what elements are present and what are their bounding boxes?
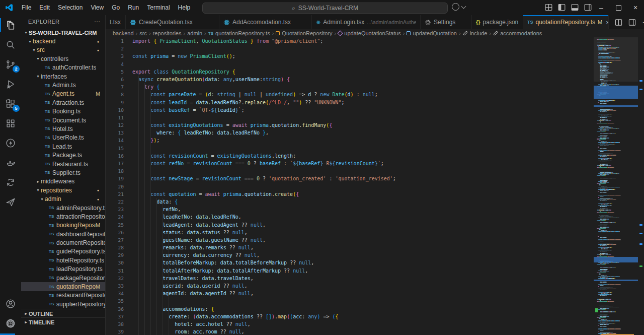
code-line-17[interactable]: 17 const refNo = revisionCount === 0 ? b… bbox=[106, 160, 594, 167]
code-line-39[interactable]: 39 room: acc.room ?? null, bbox=[106, 328, 594, 335]
menu-run[interactable]: Run bbox=[124, 2, 143, 13]
extensions-activity-item[interactable]: 5 bbox=[0, 94, 21, 113]
tree-item-leadrepository-ts[interactable]: TSleadRepository.ts bbox=[21, 265, 105, 274]
copilot-menu[interactable] bbox=[452, 3, 465, 11]
code-line-28[interactable]: 28 remarks: data.remarks ?? null, bbox=[106, 244, 594, 251]
breadcrumb-item-updatedquotation[interactable]: updatedQuotation bbox=[407, 30, 456, 36]
code-line-6[interactable]: 6 async createQuotation(data: any,userNa… bbox=[106, 76, 594, 83]
code-line-33[interactable]: 33 userid: data.userid ?? null, bbox=[106, 282, 594, 290]
menu-selection[interactable]: Selection bbox=[54, 2, 87, 13]
overview-ruler[interactable] bbox=[638, 37, 644, 335]
code-line-31[interactable]: 31 totalAfterMarkup: data.totalAfterMark… bbox=[106, 267, 594, 275]
tree-item-lead-ts[interactable]: TSLead.ts bbox=[21, 142, 105, 151]
code-line-12[interactable]: 12 const existingQuotations = await pris… bbox=[106, 121, 594, 129]
tree-item-admin[interactable]: ▾admin● bbox=[21, 194, 105, 203]
menu-terminal[interactable]: Terminal bbox=[143, 2, 174, 13]
code-line-5[interactable]: 5export class QuotationRepository { bbox=[106, 68, 594, 76]
code-line-19[interactable]: 19 const newStage = revisionCount === 0 … bbox=[106, 175, 594, 182]
tree-item-restaurantrepository-ts[interactable]: TSrestaurantRepository.ts bbox=[21, 291, 105, 300]
tree-item-ss-world-travel-crm[interactable]: ▾SS-WORLD-TRAVEL-CRM bbox=[21, 28, 105, 37]
menu-go[interactable]: Go bbox=[108, 2, 124, 13]
minimize-button[interactable]: – bbox=[593, 0, 610, 15]
menu-view[interactable]: View bbox=[87, 2, 108, 13]
tab-t-tsx[interactable]: t.tsx...\user\...× bbox=[106, 15, 126, 29]
tree-item-supplier-ts[interactable]: TSSupplier.ts bbox=[21, 168, 105, 177]
sync-activity-item[interactable] bbox=[0, 172, 21, 192]
breadcrumb-item-admin[interactable]: admin bbox=[187, 30, 202, 36]
source-control-activity-item[interactable]: 2 bbox=[0, 54, 21, 74]
code-line-16[interactable]: 16 const revisionCount = existingQuotati… bbox=[106, 152, 594, 160]
tree-item-booking-ts[interactable]: TSBooking.ts bbox=[21, 107, 105, 116]
grid-activity-item[interactable] bbox=[0, 113, 21, 133]
code-line-26[interactable]: 26 status: data.status ?? null, bbox=[106, 229, 594, 236]
run-debug-activity-item[interactable] bbox=[0, 74, 21, 94]
code-line-1[interactable]: 1import { PrismaClient, QuotationStatus … bbox=[106, 37, 594, 45]
breadcrumb-item-accommodations[interactable]: accommodations bbox=[493, 30, 542, 36]
code-line-9[interactable]: 9 const leadId = data.leadRefNo?.replace… bbox=[106, 99, 594, 106]
code-line-23[interactable]: 23 refNo, bbox=[106, 206, 594, 213]
breadcrumb-item-include[interactable]: include bbox=[463, 30, 488, 36]
breadcrumb-item-quotationrepository-ts[interactable]: TSquotationRepository.ts bbox=[208, 30, 270, 36]
tree-item-backend[interactable]: ▾backend● bbox=[21, 37, 105, 45]
code-line-21[interactable]: 21 const quotation = await prisma.quotat… bbox=[106, 190, 594, 198]
lamp-activity-item[interactable] bbox=[0, 153, 21, 172]
menu-edit[interactable]: Edit bbox=[35, 2, 54, 13]
customize-layout-icon[interactable] bbox=[544, 3, 553, 12]
tree-item-packagerepository-ts[interactable]: TSpackageRepository.ts bbox=[21, 274, 105, 282]
tree-item-documentrepository-ts[interactable]: TSdocumentRepository.ts bbox=[21, 238, 105, 247]
tree-item-agent-ts[interactable]: TSAgent.tsM bbox=[21, 90, 105, 98]
code-line-34[interactable]: 34 agentId: data.agentId ?? null, bbox=[106, 290, 594, 297]
tab-quotationrepository-ts[interactable]: TSquotationRepository.tsM× bbox=[523, 15, 609, 29]
code-line-27[interactable]: 27 guestName: data.guestName ?? null, bbox=[106, 236, 594, 244]
code-line-36[interactable]: 36 accommodations: { bbox=[106, 305, 594, 313]
tree-item-restaurant-ts[interactable]: TSRestaurant.ts bbox=[21, 160, 105, 168]
code-line-20[interactable]: 20 bbox=[106, 183, 594, 190]
tab-addaccomodation-tsx[interactable]: AddAccomodation.tsx bbox=[219, 15, 312, 29]
breadcrumb-item-repositories[interactable]: repositories bbox=[153, 30, 182, 36]
tree-item-package-ts[interactable]: TSPackage.ts bbox=[21, 151, 105, 159]
tree-item-hotel-ts[interactable]: TSHotel.ts bbox=[21, 124, 105, 133]
tree-item-attractionrepository-ts[interactable]: TSattractionRepository.ts bbox=[21, 212, 105, 221]
tab-settings[interactable]: Settings bbox=[421, 15, 472, 29]
tree-item-middlewares[interactable]: ▸middlewares bbox=[21, 177, 105, 186]
tree-item-bookingrepositor-[interactable]: TSbookingRepositor...M bbox=[21, 221, 105, 230]
breadcrumb-item-quotationrepository[interactable]: QuotationRepository bbox=[276, 30, 332, 36]
tab-createquotation-tsx[interactable]: CreateQuotation.tsx bbox=[126, 15, 219, 29]
rocket-activity-item[interactable] bbox=[0, 192, 21, 212]
code-line-13[interactable]: 13 where: { leadRefNo: data.leadRefNo }, bbox=[106, 129, 594, 137]
breadcrumb-item-src[interactable]: src bbox=[139, 30, 147, 36]
editor-code[interactable]: 1import { PrismaClient, QuotationStatus … bbox=[106, 37, 594, 335]
tree-item-src[interactable]: ▾src● bbox=[21, 46, 105, 54]
tree-item-attraction-ts[interactable]: TSAttraction.ts bbox=[21, 98, 105, 107]
breadcrumb-item-updatequotationstatus[interactable]: updateQuotationStatus bbox=[338, 30, 401, 36]
more-actions-icon[interactable]: ⋯ bbox=[642, 18, 644, 27]
tree-item-guiderepository-ts[interactable]: TSguideRepository.ts bbox=[21, 247, 105, 256]
code-line-3[interactable]: 3const prisma = new PrismaClient(); bbox=[106, 52, 594, 60]
editor-layout-icon[interactable] bbox=[628, 19, 636, 26]
code-line-32[interactable]: 32 travelDates: data.travelDates, bbox=[106, 275, 594, 282]
more-actions-icon[interactable]: ⋯ bbox=[94, 18, 100, 25]
breadcrumb-item-backend[interactable]: backend bbox=[113, 30, 134, 36]
menu-help[interactable]: Help bbox=[174, 2, 195, 13]
close-tab-icon[interactable]: × bbox=[606, 19, 609, 26]
code-line-18[interactable]: 18 bbox=[106, 167, 594, 175]
code-line-35[interactable]: 35 bbox=[106, 297, 594, 305]
tree-item-controllers[interactable]: ▾controllers bbox=[21, 54, 105, 63]
command-center-search[interactable]: ⌕ SS-World-Travel-CRM bbox=[202, 3, 448, 14]
code-line-30[interactable]: 30 totalBeforeMarkup: data.totalBeforeMa… bbox=[106, 259, 594, 266]
code-line-8[interactable]: 8 const parseDate = (d: string | null | … bbox=[106, 91, 594, 98]
tree-item-admin-ts[interactable]: TSAdmin.ts bbox=[21, 81, 105, 89]
tree-item-authcontroller-ts[interactable]: TSauthController.ts bbox=[21, 63, 105, 72]
split-editor-icon[interactable] bbox=[615, 19, 622, 26]
tree-item-dashboardrepository-ts[interactable]: TSdashboardRepository.ts bbox=[21, 230, 105, 238]
tab-package-json[interactable]: {}package.json bbox=[472, 15, 523, 29]
menu-file[interactable]: File bbox=[18, 2, 35, 13]
toggle-primary-sidebar-icon[interactable] bbox=[557, 3, 566, 12]
settings-gear-activity-item[interactable] bbox=[0, 313, 21, 333]
maximize-button[interactable] bbox=[610, 0, 627, 15]
code-line-29[interactable]: 29 currency: data.currency ?? null, bbox=[106, 251, 594, 259]
close-window-button[interactable]: × bbox=[627, 0, 644, 15]
thunder-client-activity-item[interactable] bbox=[0, 133, 21, 153]
minimap[interactable] bbox=[594, 37, 638, 335]
account-activity-item[interactable] bbox=[0, 294, 21, 313]
